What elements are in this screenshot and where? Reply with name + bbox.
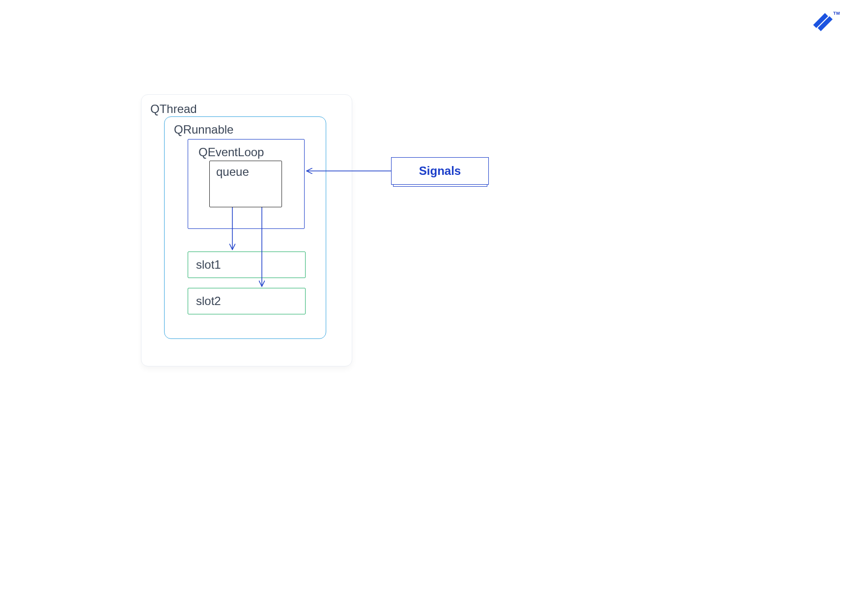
qeventloop-label: QEventLoop [198,145,264,159]
queue-label: queue [216,165,249,179]
arrows-overlay [0,0,845,616]
toptal-logo-icon [811,10,835,34]
trademark-label: TM [833,11,840,16]
slot1-label: slot1 [196,258,221,272]
signals-label: Signals [419,164,461,178]
slot2-box: slot2 [188,288,306,314]
slot1-box: slot1 [188,252,306,278]
qrunnable-label: QRunnable [174,123,233,137]
slot2-label: slot2 [196,294,221,308]
signals-box: Signals [391,157,489,185]
qthread-label: QThread [150,102,197,116]
